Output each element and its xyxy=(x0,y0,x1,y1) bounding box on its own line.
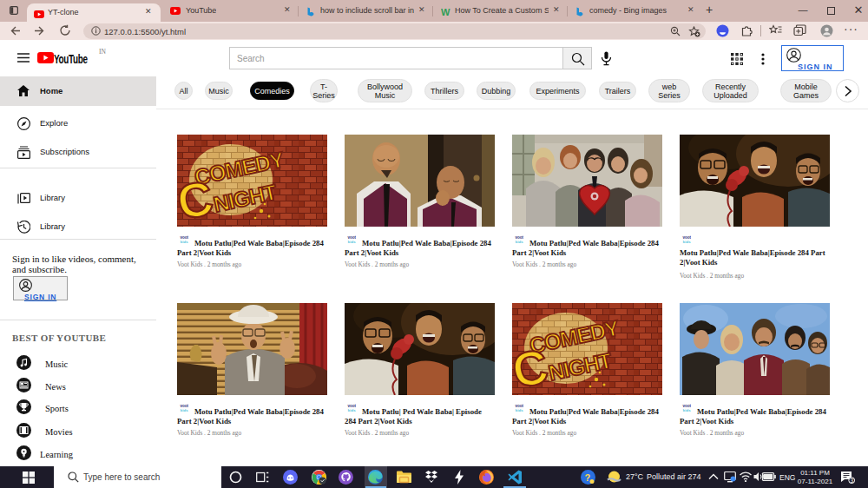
svg-text:?: ? xyxy=(585,472,591,483)
svg-text:3: 3 xyxy=(851,478,854,484)
svg-text:W: W xyxy=(441,7,450,16)
